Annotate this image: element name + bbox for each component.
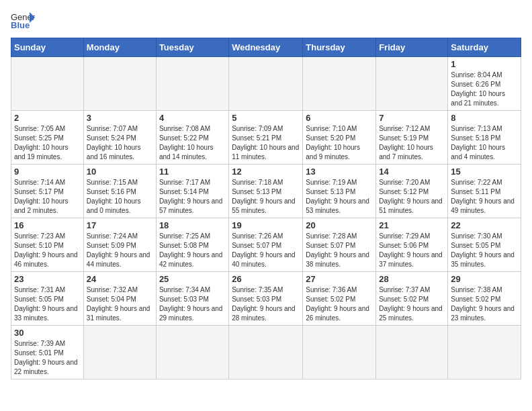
day-number: 12: [232, 167, 300, 177]
calendar-week-4: 16Sunrise: 7:23 AM Sunset: 5:10 PM Dayli…: [11, 218, 521, 272]
calendar-cell: 1Sunrise: 8:04 AM Sunset: 6:26 PM Daylig…: [448, 57, 521, 111]
calendar-cell: [303, 57, 376, 111]
calendar-cell: 30Sunrise: 7:39 AM Sunset: 5:01 PM Dayli…: [11, 326, 84, 379]
calendar-header-friday: Friday: [376, 38, 448, 57]
calendar-cell: 9Sunrise: 7:14 AM Sunset: 5:17 PM Daylig…: [11, 165, 84, 218]
calendar-cell: [156, 326, 228, 379]
calendar-cell: 28Sunrise: 7:37 AM Sunset: 5:02 PM Dayli…: [376, 272, 448, 326]
day-info: Sunrise: 7:32 AM Sunset: 5:04 PM Dayligh…: [87, 285, 153, 323]
day-number: 19: [232, 220, 300, 230]
calendar-cell: 10Sunrise: 7:15 AM Sunset: 5:16 PM Dayli…: [83, 165, 156, 218]
day-number: 8: [451, 113, 518, 123]
day-number: 6: [306, 113, 373, 123]
day-info: Sunrise: 7:15 AM Sunset: 5:16 PM Dayligh…: [87, 178, 153, 216]
calendar-header-row: SundayMondayTuesdayWednesdayThursdayFrid…: [11, 38, 521, 57]
day-info: Sunrise: 7:13 AM Sunset: 5:18 PM Dayligh…: [451, 124, 518, 162]
day-info: Sunrise: 7:36 AM Sunset: 5:02 PM Dayligh…: [306, 285, 373, 323]
calendar-cell: 19Sunrise: 7:26 AM Sunset: 5:07 PM Dayli…: [229, 218, 303, 272]
calendar-cell: 6Sunrise: 7:10 AM Sunset: 5:20 PM Daylig…: [303, 111, 376, 165]
day-info: Sunrise: 7:05 AM Sunset: 5:25 PM Dayligh…: [14, 124, 81, 162]
calendar-cell: [303, 326, 376, 379]
day-info: Sunrise: 7:09 AM Sunset: 5:21 PM Dayligh…: [232, 124, 300, 162]
day-info: Sunrise: 7:23 AM Sunset: 5:10 PM Dayligh…: [14, 232, 81, 269]
day-number: 1: [451, 59, 518, 69]
calendar-cell: [376, 326, 448, 379]
day-info: Sunrise: 7:14 AM Sunset: 5:17 PM Dayligh…: [14, 178, 81, 216]
day-number: 4: [159, 113, 226, 123]
day-info: Sunrise: 7:29 AM Sunset: 5:06 PM Dayligh…: [379, 232, 445, 269]
calendar-cell: [229, 326, 303, 379]
day-number: 20: [306, 220, 373, 230]
calendar-header-sunday: Sunday: [11, 38, 84, 57]
day-info: Sunrise: 7:22 AM Sunset: 5:11 PM Dayligh…: [451, 178, 518, 216]
day-number: 25: [159, 274, 226, 284]
calendar-header-thursday: Thursday: [303, 38, 376, 57]
day-info: Sunrise: 7:24 AM Sunset: 5:09 PM Dayligh…: [87, 232, 153, 269]
calendar-cell: 21Sunrise: 7:29 AM Sunset: 5:06 PM Dayli…: [376, 218, 448, 272]
day-number: 28: [379, 274, 445, 284]
calendar-cell: 2Sunrise: 7:05 AM Sunset: 5:25 PM Daylig…: [11, 111, 84, 165]
day-info: Sunrise: 7:35 AM Sunset: 5:03 PM Dayligh…: [232, 285, 300, 323]
day-info: Sunrise: 7:20 AM Sunset: 5:12 PM Dayligh…: [379, 178, 445, 216]
calendar-cell: 12Sunrise: 7:18 AM Sunset: 5:13 PM Dayli…: [229, 165, 303, 218]
day-number: 24: [87, 274, 153, 284]
calendar-cell: 22Sunrise: 7:30 AM Sunset: 5:05 PM Dayli…: [448, 218, 521, 272]
calendar-header-wednesday: Wednesday: [229, 38, 303, 57]
calendar-cell: [376, 57, 448, 111]
calendar-week-6: 30Sunrise: 7:39 AM Sunset: 5:01 PM Dayli…: [11, 326, 521, 379]
day-number: 22: [451, 220, 518, 230]
calendar-cell: 25Sunrise: 7:34 AM Sunset: 5:03 PM Dayli…: [156, 272, 228, 326]
day-info: Sunrise: 7:31 AM Sunset: 5:05 PM Dayligh…: [14, 285, 81, 323]
calendar-cell: 3Sunrise: 7:07 AM Sunset: 5:24 PM Daylig…: [83, 111, 156, 165]
logo: General Blue: [11, 11, 35, 30]
calendar-cell: 29Sunrise: 7:38 AM Sunset: 5:02 PM Dayli…: [448, 272, 521, 326]
day-info: Sunrise: 7:38 AM Sunset: 5:02 PM Dayligh…: [451, 285, 518, 323]
calendar-week-1: 1Sunrise: 8:04 AM Sunset: 6:26 PM Daylig…: [11, 57, 521, 111]
day-number: 2: [14, 113, 81, 123]
day-info: Sunrise: 7:34 AM Sunset: 5:03 PM Dayligh…: [159, 285, 226, 323]
calendar-cell: 26Sunrise: 7:35 AM Sunset: 5:03 PM Dayli…: [229, 272, 303, 326]
day-info: Sunrise: 7:07 AM Sunset: 5:24 PM Dayligh…: [87, 124, 153, 162]
calendar-cell: 27Sunrise: 7:36 AM Sunset: 5:02 PM Dayli…: [303, 272, 376, 326]
day-number: 17: [87, 220, 153, 230]
day-number: 10: [87, 167, 153, 177]
calendar-cell: 24Sunrise: 7:32 AM Sunset: 5:04 PM Dayli…: [83, 272, 156, 326]
day-info: Sunrise: 7:39 AM Sunset: 5:01 PM Dayligh…: [14, 339, 81, 377]
day-number: 11: [159, 167, 226, 177]
calendar-cell: 20Sunrise: 7:28 AM Sunset: 5:07 PM Dayli…: [303, 218, 376, 272]
day-number: 9: [14, 167, 81, 177]
day-info: Sunrise: 7:10 AM Sunset: 5:20 PM Dayligh…: [306, 124, 373, 162]
calendar-cell: [83, 326, 156, 379]
day-number: 27: [306, 274, 373, 284]
calendar-cell: 15Sunrise: 7:22 AM Sunset: 5:11 PM Dayli…: [448, 165, 521, 218]
day-info: Sunrise: 7:18 AM Sunset: 5:13 PM Dayligh…: [232, 178, 300, 216]
day-number: 18: [159, 220, 226, 230]
page-header: General Blue: [11, 11, 521, 30]
logo-icon: General Blue: [11, 11, 35, 30]
calendar-header-monday: Monday: [83, 38, 156, 57]
calendar: SundayMondayTuesdayWednesdayThursdayFrid…: [11, 38, 521, 379]
calendar-cell: 16Sunrise: 7:23 AM Sunset: 5:10 PM Dayli…: [11, 218, 84, 272]
day-number: 16: [14, 220, 81, 230]
calendar-header-saturday: Saturday: [448, 38, 521, 57]
calendar-header-tuesday: Tuesday: [156, 38, 228, 57]
calendar-cell: 7Sunrise: 7:12 AM Sunset: 5:19 PM Daylig…: [376, 111, 448, 165]
calendar-cell: 14Sunrise: 7:20 AM Sunset: 5:12 PM Dayli…: [376, 165, 448, 218]
calendar-cell: [83, 57, 156, 111]
calendar-cell: 5Sunrise: 7:09 AM Sunset: 5:21 PM Daylig…: [229, 111, 303, 165]
calendar-cell: [11, 57, 84, 111]
day-number: 5: [232, 113, 300, 123]
day-number: 29: [451, 274, 518, 284]
calendar-week-2: 2Sunrise: 7:05 AM Sunset: 5:25 PM Daylig…: [11, 111, 521, 165]
day-info: Sunrise: 7:19 AM Sunset: 5:13 PM Dayligh…: [306, 178, 373, 216]
calendar-cell: [229, 57, 303, 111]
calendar-cell: 13Sunrise: 7:19 AM Sunset: 5:13 PM Dayli…: [303, 165, 376, 218]
day-number: 21: [379, 220, 445, 230]
day-number: 15: [451, 167, 518, 177]
calendar-cell: 17Sunrise: 7:24 AM Sunset: 5:09 PM Dayli…: [83, 218, 156, 272]
calendar-week-5: 23Sunrise: 7:31 AM Sunset: 5:05 PM Dayli…: [11, 272, 521, 326]
day-info: Sunrise: 8:04 AM Sunset: 6:26 PM Dayligh…: [451, 71, 518, 108]
calendar-cell: [156, 57, 228, 111]
day-info: Sunrise: 7:08 AM Sunset: 5:22 PM Dayligh…: [159, 124, 226, 162]
calendar-cell: 23Sunrise: 7:31 AM Sunset: 5:05 PM Dayli…: [11, 272, 84, 326]
